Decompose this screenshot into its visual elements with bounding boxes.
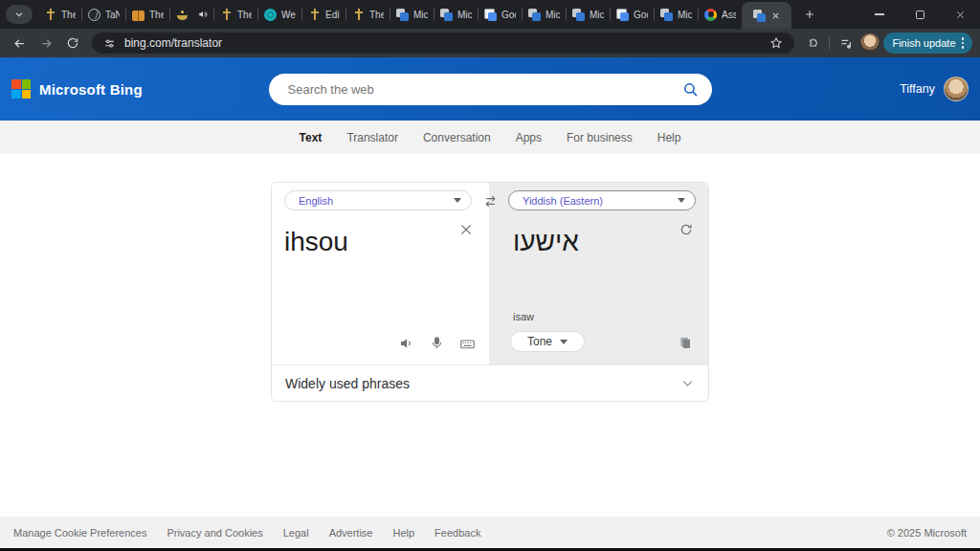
browser-toolbar: bing.com/translator Finish update (0, 29, 980, 57)
translator-nav: Text Translator Conversation Apps For bu… (0, 121, 980, 154)
browser-tab[interactable]: The (346, 1, 390, 28)
tab-for-business[interactable]: For business (567, 131, 633, 144)
target-language-dropdown[interactable]: Yiddish (Eastern) (508, 190, 696, 210)
browser-tab[interactable]: Mic (434, 1, 478, 28)
url-text[interactable]: bing.com/translator (124, 36, 758, 50)
google-icon (704, 9, 717, 21)
chevron-down-icon (678, 198, 685, 203)
reload-button[interactable] (61, 32, 84, 55)
browser-tab[interactable]: Mic (567, 1, 610, 28)
extensions-button[interactable] (802, 33, 823, 54)
cross-icon (220, 9, 233, 21)
account-menu[interactable]: Tiffany (715, 77, 969, 101)
browser-tab-strip: The TaN The F The We Edit The Mic Mic Go… (0, 0, 980, 29)
ms-translator-icon (440, 9, 453, 21)
back-button[interactable] (8, 32, 31, 55)
new-tab-button[interactable] (797, 2, 822, 27)
footer-link-cookies-pref[interactable]: Manage Cookie Preferences (13, 527, 146, 539)
tab-title: Goo (634, 10, 648, 20)
browser-tab[interactable]: Ass (699, 1, 742, 28)
address-bar[interactable]: bing.com/translator (92, 33, 794, 54)
browser-tab[interactable]: TaN (82, 1, 125, 28)
browser-tab[interactable]: We (258, 1, 301, 28)
close-icon (458, 222, 474, 237)
browser-tab[interactable]: Goo (611, 1, 654, 28)
chevron-down-icon (680, 376, 695, 390)
tab-text[interactable]: Text (300, 131, 323, 144)
minimize-button[interactable] (859, 0, 900, 29)
tab-title: Goo (501, 10, 516, 20)
clear-text-button[interactable] (458, 222, 474, 237)
site-settings-icon[interactable] (101, 33, 117, 54)
speaker-icon[interactable] (399, 336, 414, 352)
close-button[interactable] (940, 0, 980, 29)
widely-used-phrases-accordion[interactable]: Widely used phrases (272, 364, 708, 401)
copy-icon (678, 335, 693, 350)
browser-tab[interactable]: The (214, 1, 257, 28)
puzzle-icon (806, 36, 819, 50)
swap-languages-button[interactable] (479, 189, 501, 212)
browser-tab[interactable]: Mic (523, 1, 566, 28)
footer-link-feedback[interactable]: Feedback (434, 527, 480, 539)
browser-profile-avatar[interactable] (860, 33, 880, 53)
tab-search-button[interactable] (6, 5, 33, 24)
tab-help[interactable]: Help (657, 131, 681, 144)
footer-link-legal[interactable]: Legal (283, 527, 309, 539)
audio-playing-icon[interactable] (198, 10, 208, 19)
forward-icon (39, 36, 54, 51)
copy-button[interactable] (678, 335, 693, 350)
finish-update-button[interactable]: Finish update (883, 33, 972, 54)
ms-translator-icon (528, 9, 541, 21)
browser-tab[interactable]: Mic (655, 1, 698, 28)
footer-link-advertise[interactable]: Advertise (329, 527, 373, 539)
reload-icon (66, 36, 79, 50)
close-icon (955, 10, 966, 20)
tone-dropdown[interactable]: Tone (510, 331, 585, 352)
browser-tab[interactable]: F (170, 1, 213, 28)
tab-title: Mic (590, 10, 604, 20)
wheel-icon (264, 9, 277, 21)
tab-title: Mic (546, 10, 560, 20)
search-input[interactable] (288, 82, 682, 97)
browser-tab[interactable]: Goo (479, 1, 522, 28)
browser-tab[interactable]: The (126, 1, 169, 28)
browser-tab[interactable]: Mic (390, 1, 434, 28)
bing-logo[interactable]: Microsoft Bing (11, 79, 265, 99)
avatar[interactable] (944, 77, 969, 101)
media-controls-button[interactable] (835, 33, 857, 54)
brand-text: Microsoft Bing (39, 81, 143, 98)
tab-title: The (369, 10, 384, 20)
chevron-down-icon (14, 10, 24, 19)
tab-conversation[interactable]: Conversation (423, 131, 491, 144)
active-browser-tab[interactable] (742, 2, 791, 29)
browser-tab[interactable]: Edit (302, 1, 345, 28)
tab-close-icon[interactable] (771, 11, 780, 20)
tab-apps[interactable]: Apps (516, 131, 542, 144)
footer-link-help[interactable]: Help (392, 527, 414, 539)
maximize-icon (916, 11, 924, 19)
minimize-icon (875, 13, 884, 15)
user-name: Tiffany (900, 82, 935, 96)
browser-menu-icon[interactable] (962, 37, 965, 49)
footer-link-privacy[interactable]: Privacy and Cookies (167, 527, 262, 539)
browser-tab[interactable]: The (38, 1, 81, 28)
refresh-icon (679, 222, 694, 237)
source-panel: English ihsou (272, 183, 489, 364)
tab-translator[interactable]: Translator (346, 131, 398, 144)
page-footer: Manage Cookie Preferences Privacy and Co… (0, 517, 980, 548)
microphone-icon[interactable] (430, 336, 444, 352)
forward-button[interactable] (34, 32, 57, 55)
tab-title: The (237, 10, 252, 20)
google-translate-icon (616, 9, 629, 21)
bookmark-star-icon[interactable] (766, 33, 787, 54)
toolbar-separator (829, 36, 830, 50)
tab-title: Mic (457, 10, 472, 20)
source-language-dropdown[interactable]: English (284, 190, 472, 210)
web-search-box[interactable] (269, 74, 712, 105)
retranslate-button[interactable] (679, 222, 694, 237)
transliteration-text: isaw (513, 311, 534, 322)
maximize-button[interactable] (900, 0, 940, 29)
keyboard-icon[interactable] (459, 336, 476, 352)
bing-header: Microsoft Bing Tiffany (0, 57, 980, 121)
search-icon[interactable] (682, 81, 699, 98)
